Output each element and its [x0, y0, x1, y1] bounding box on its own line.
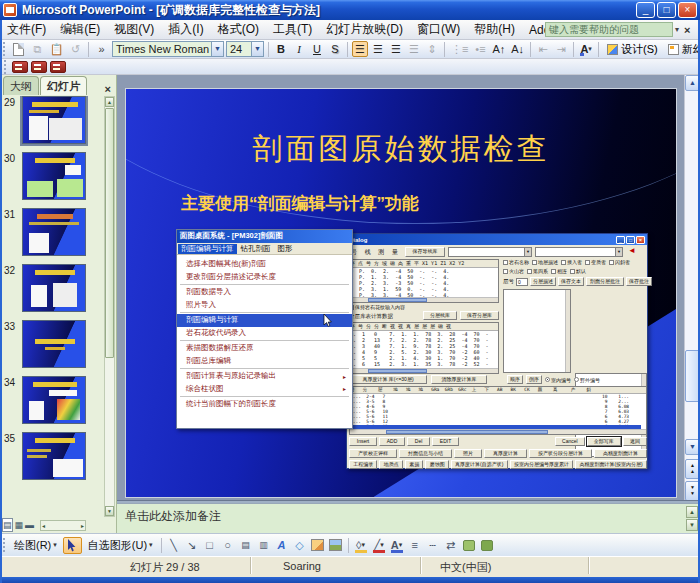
copy-icon[interactable]: ⧉	[29, 41, 46, 57]
slide-thumbnail[interactable]: 30	[2, 152, 102, 200]
notes-scroll-up-icon[interactable]: ▲	[686, 506, 698, 518]
close-button[interactable]: ×	[678, 2, 697, 18]
new-slide-button[interactable]: 新幻灯片(N)	[664, 42, 700, 57]
menu-item[interactable]: 插入(I)	[161, 19, 210, 40]
toolbar-grip[interactable]	[4, 60, 8, 74]
keep-pattern-checkbox[interactable]: ✓ 保持岩石花纹输入内容	[349, 304, 405, 310]
new-document-icon[interactable]	[10, 41, 27, 57]
notes-pane[interactable]: 单击此处添加备注 ▲ ▼	[117, 503, 700, 533]
checkbox-box[interactable]	[585, 260, 590, 265]
checkbox-box[interactable]	[503, 269, 508, 274]
insert-picture-icon[interactable]	[328, 537, 344, 553]
arrow-style-icon[interactable]: ⇄	[443, 537, 459, 553]
checkbox[interactable]: 地层描述	[532, 259, 558, 265]
survey-combo-2[interactable]: ▼	[535, 247, 623, 257]
slide-thumbnail[interactable]: 33	[2, 320, 102, 368]
function-button[interactable]: 高精度剖面计算(按室内分层)	[575, 460, 647, 469]
calc-table[interactable]: 序 号 分 分 断 视 视 真 层 层 层 磁 视 0. 1 0 7. 1. 1…	[349, 322, 499, 374]
order-asc-button[interactable]: 顺序	[507, 375, 523, 384]
menu-item[interactable]: 工具(T)	[266, 19, 319, 40]
shadow-style-icon[interactable]	[461, 537, 477, 553]
dialog-maximize-icon[interactable]: □	[626, 236, 635, 244]
wordart-icon[interactable]: A	[274, 537, 290, 553]
checkbox-box[interactable]	[609, 260, 614, 265]
bullets-button[interactable]: •≡	[472, 41, 488, 57]
slide-title[interactable]: 剖面图原始数据检查	[126, 129, 676, 170]
slide-sorter-view-button[interactable]: ▦	[15, 519, 24, 531]
paste-icon[interactable]: 📋	[48, 41, 65, 57]
convert-to-pdf-email-icon[interactable]	[31, 61, 47, 73]
slide-thumbnail[interactable]: 35	[2, 432, 102, 480]
checkbox-box[interactable]	[561, 260, 566, 265]
menu-item[interactable]: 窗口(W)	[410, 19, 467, 40]
tab-outline[interactable]: 大纲	[3, 76, 39, 95]
vertical-text-box-icon[interactable]: ▥	[256, 537, 272, 553]
font-name-combo[interactable]: Times New Roman ▼	[112, 41, 224, 57]
function-button[interactable]: 按室内分层编号厚度累计	[510, 460, 573, 469]
save-note-button[interactable]: 保存批注	[626, 277, 652, 286]
function-button[interactable]: 高精度剖面计算	[594, 449, 647, 458]
draw-menu-button[interactable]: 绘图(R)▾	[10, 537, 61, 554]
dropdown-menu-item[interactable]: 剖面计算表与原始记录输出 ▸	[177, 370, 352, 383]
scroll-down-icon[interactable]: ▼	[105, 506, 114, 516]
embedded-menu-item[interactable]: 剖面编辑与计算	[178, 244, 237, 254]
checkbox-box[interactable]	[570, 269, 575, 274]
text-box-icon[interactable]: ▤	[238, 537, 254, 553]
checkbox-box[interactable]	[527, 269, 532, 274]
slide-thumbnail-image[interactable]	[22, 432, 86, 480]
notes-scroll-down-icon[interactable]: ▼	[686, 519, 698, 531]
function-button[interactable]: 按产状分段分层计算	[529, 449, 592, 458]
slide-thumbnail[interactable]: 32	[2, 264, 102, 312]
minimize-button[interactable]: _	[636, 2, 655, 18]
line-icon[interactable]: ╲	[166, 537, 182, 553]
checkbox[interactable]: 变质者	[585, 259, 606, 265]
checkbox[interactable]: 默认	[570, 268, 586, 274]
pane-horizontal-scrollbar[interactable]: ◂▸	[40, 520, 86, 531]
help-question-input[interactable]: 键入需要帮助的问题	[545, 22, 673, 37]
scrollbar-thumb[interactable]	[105, 108, 114, 358]
align-left-button[interactable]: ☰	[352, 41, 368, 57]
rectangle-icon[interactable]: □	[202, 537, 218, 553]
fill-color-icon[interactable]: ◊▾	[353, 537, 369, 553]
slide-canvas[interactable]: 剖面图原始数据检查 主要使用“剖面编辑与计算”功能 面图桌面系统 - [PM30…	[125, 88, 677, 498]
font-size-dropdown-icon[interactable]: ▼	[251, 42, 263, 56]
decrease-font-button[interactable]: A↓	[509, 41, 526, 57]
layer-desc-button[interactable]: 分层描述	[530, 277, 556, 286]
slide-thumbnail-image[interactable]	[22, 152, 86, 200]
edit-button[interactable]: Del	[407, 437, 430, 446]
font-name-dropdown-icon[interactable]: ▼	[211, 42, 223, 56]
embedded-menu-item[interactable]: 图形	[275, 244, 296, 254]
clear-thickness-button[interactable]: 清除厚度计算库	[431, 375, 487, 384]
checkbox[interactable]: 第四系	[527, 268, 548, 274]
function-button[interactable]: 素描	[405, 460, 423, 469]
diagram-icon[interactable]: ◇	[292, 537, 308, 553]
red-arrow-icon[interactable]: ◄	[628, 246, 636, 255]
survey-table[interactable]: 序 点 号 方 坡 磁 高 重 平 X1 Y1 Z1 X2 Y2 0 P. 0.…	[349, 259, 499, 303]
help-dropdown-icon[interactable]: ▾	[675, 25, 679, 34]
survey-combo-1[interactable]: ▼	[448, 247, 532, 257]
slide-thumbnail-image[interactable]	[22, 264, 86, 312]
design-button[interactable]: 设计(S)	[603, 42, 662, 57]
field-number-radio[interactable]: 野外编号	[574, 377, 600, 383]
menu-item[interactable]: 幻灯片放映(D)	[319, 19, 410, 40]
arrow-icon[interactable]: ↘	[184, 537, 200, 553]
save-survey-button[interactable]: 保存导线库	[405, 247, 445, 257]
function-button[interactable]: 真厚度计算	[484, 449, 527, 458]
slide-thumbnail[interactable]: 31	[2, 208, 102, 256]
write-all-button[interactable]: 全部写库	[587, 437, 621, 446]
toolbar-grip[interactable]	[3, 42, 7, 56]
slide-thumbnail[interactable]: 29	[2, 96, 102, 144]
menu-item[interactable]: 帮助(H)	[467, 19, 522, 40]
toolbar-options-chevron-icon[interactable]: »	[93, 41, 110, 57]
increase-indent-button[interactable]: ⇥	[553, 41, 569, 57]
table-hscrollbar[interactable]	[350, 368, 498, 373]
slide-subtitle[interactable]: 主要使用“剖面编辑与计算”功能	[181, 192, 419, 215]
slideshow-view-button[interactable]: ▬	[25, 519, 34, 531]
font-color-button[interactable]: A▾	[578, 41, 594, 57]
select-objects-button[interactable]	[63, 537, 82, 554]
scroll-up-icon[interactable]: ▲	[105, 97, 114, 107]
dropdown-menu-item[interactable]: 更改剖面分层描述记录长度	[177, 271, 352, 284]
menu-item[interactable]: 文件(F)	[0, 19, 53, 40]
tab-slides[interactable]: 幻灯片	[40, 76, 87, 95]
dropdown-menu-item[interactable]: 剖面数据导入	[177, 286, 352, 299]
